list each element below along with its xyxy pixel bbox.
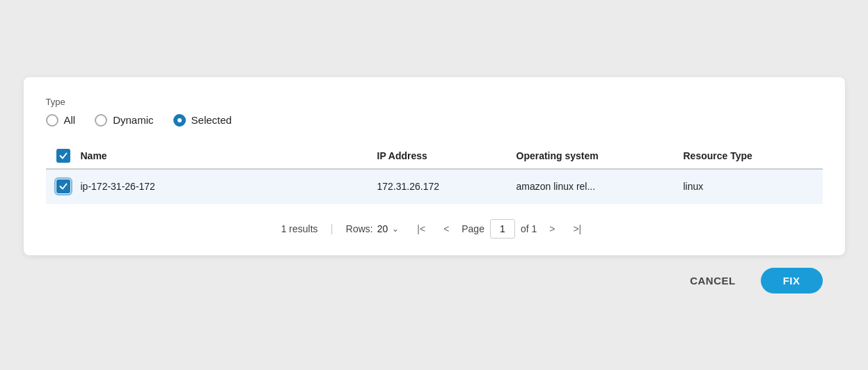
radio-group: All Dynamic Selected xyxy=(46,114,823,127)
select-all-checkbox[interactable] xyxy=(56,149,70,163)
col-header-name: Name xyxy=(81,150,377,161)
next-page-button[interactable]: > xyxy=(542,219,562,239)
radio-all-label: All xyxy=(64,114,76,126)
rows-label: Rows: xyxy=(346,223,373,234)
page-label: Page xyxy=(461,223,484,234)
prev-page-button[interactable]: < xyxy=(436,219,456,239)
radio-selected-circle[interactable] xyxy=(173,114,186,127)
table-row: ip-172-31-26-172 172.31.26.172 amazon li… xyxy=(46,170,823,204)
pagination-bar: 1 results | Rows: 20 ⌄ |< < Page of 1 > … xyxy=(46,219,823,239)
radio-option-all[interactable]: All xyxy=(46,114,76,127)
header-checkbox-cell[interactable] xyxy=(46,149,81,163)
fix-button[interactable]: FIX xyxy=(761,268,823,293)
type-label: Type xyxy=(46,97,823,107)
table-container: Name IP Address Operating system Resourc… xyxy=(46,143,823,204)
col-header-resource: Resource Type xyxy=(684,150,823,161)
radio-option-dynamic[interactable]: Dynamic xyxy=(95,114,153,127)
page-nav: |< < Page of 1 > >| xyxy=(411,219,587,239)
radio-selected-label: Selected xyxy=(191,114,232,126)
row-resource: linux xyxy=(684,181,823,192)
pagination-divider: | xyxy=(331,223,333,235)
row-os: amazon linux rel... xyxy=(516,181,684,192)
total-pages: of 1 xyxy=(521,223,537,234)
results-count: 1 results xyxy=(281,223,318,234)
row-checkbox[interactable] xyxy=(56,179,70,193)
rows-chevron-icon[interactable]: ⌄ xyxy=(392,224,399,234)
radio-dynamic-label: Dynamic xyxy=(113,114,153,126)
table-header: Name IP Address Operating system Resourc… xyxy=(46,143,823,170)
col-header-os: Operating system xyxy=(516,150,684,161)
radio-option-selected[interactable]: Selected xyxy=(173,114,232,127)
last-page-button[interactable]: >| xyxy=(567,219,587,239)
action-bar: CANCEL FIX xyxy=(24,255,845,293)
rows-selector[interactable]: Rows: 20 ⌄ xyxy=(346,223,399,234)
page-wrapper: Type All Dynamic Selected xyxy=(0,0,868,370)
page-input[interactable] xyxy=(490,219,515,239)
radio-all-circle[interactable] xyxy=(46,114,58,127)
col-header-ip: IP Address xyxy=(377,150,516,161)
row-checkbox-cell[interactable] xyxy=(46,179,81,193)
rows-value: 20 xyxy=(377,223,388,234)
radio-dynamic-circle[interactable] xyxy=(95,114,107,127)
row-ip: 172.31.26.172 xyxy=(377,181,516,192)
first-page-button[interactable]: |< xyxy=(411,219,431,239)
cancel-button[interactable]: CANCEL xyxy=(679,269,747,292)
row-name: ip-172-31-26-172 xyxy=(81,181,377,192)
main-card: Type All Dynamic Selected xyxy=(24,77,845,255)
